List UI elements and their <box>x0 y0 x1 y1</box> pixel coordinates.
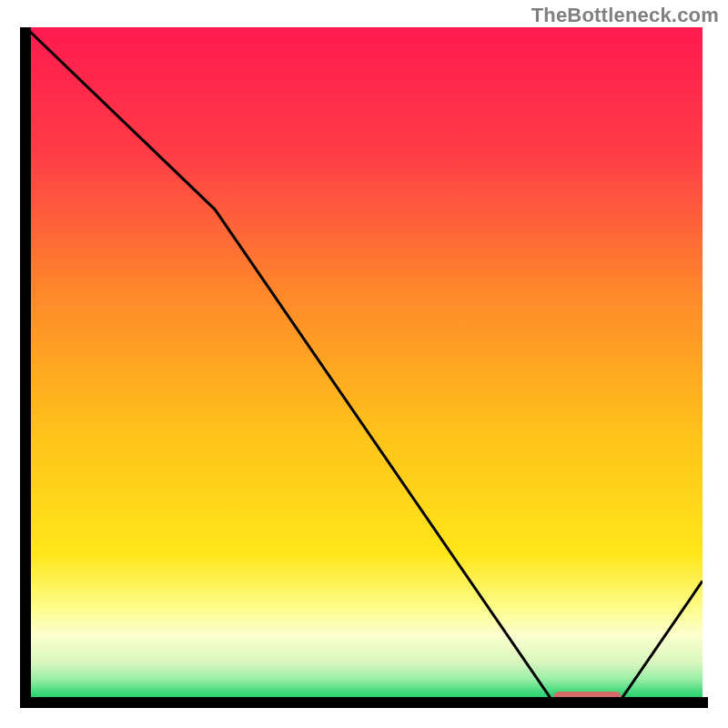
bottleneck-chart <box>20 27 708 708</box>
chart-background <box>25 27 703 703</box>
attribution-text: TheBottleneck.com <box>531 4 719 27</box>
